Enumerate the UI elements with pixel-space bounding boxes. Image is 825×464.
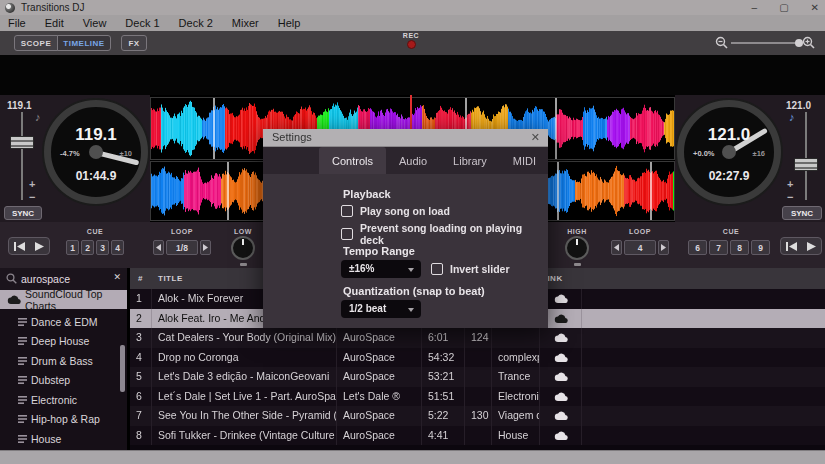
deck2-pitch-plus[interactable]: + <box>787 179 793 189</box>
deck1-cue-1[interactable]: 1 <box>66 240 79 255</box>
table-row[interactable]: 4 Drop no Coronga AuroSpace 54:32 comple… <box>130 348 825 368</box>
tab-controls[interactable]: Controls <box>319 147 386 174</box>
deck1-jog-wheel[interactable]: 119.1 -4.7% ±10 01:44.9 <box>44 100 148 204</box>
deck1-keylock-note-icon[interactable]: ♪ <box>35 111 41 123</box>
menu-view[interactable]: View <box>83 17 107 29</box>
zoom-out-icon[interactable] <box>715 36 728 49</box>
deck1-pitch-minus[interactable]: − <box>29 192 35 202</box>
deck1-cue-2[interactable]: 2 <box>81 240 94 255</box>
soundcloud-link-icon[interactable] <box>540 367 582 387</box>
deck1-pitch-slider[interactable] <box>21 112 23 200</box>
deck1-skip-start-button[interactable] <box>9 238 29 254</box>
soundcloud-link-icon[interactable] <box>540 387 582 407</box>
deck1-pitch-plus[interactable]: + <box>29 179 35 189</box>
maximize-button[interactable]: ▢ <box>779 0 788 15</box>
menu-help[interactable]: Help <box>278 17 301 29</box>
tab-midi[interactable]: MIDI <box>500 147 549 174</box>
deck2-skip-start-button[interactable] <box>781 238 801 254</box>
zoom-slider-track[interactable] <box>731 42 797 44</box>
table-row[interactable]: 7 See You In The Other Side - Pyramid (M… <box>130 406 825 426</box>
deck1-loop-halve-icon[interactable] <box>153 240 164 255</box>
dropdown-caret-icon <box>408 308 414 312</box>
row-genre: complexprog <box>492 348 540 368</box>
deck2-play-button[interactable] <box>801 238 821 254</box>
prevent-loading-checkbox[interactable] <box>341 228 353 240</box>
deck2-pitch-range: ±16 <box>753 149 765 158</box>
table-row[interactable]: 3 Cat Dealers - Your Body (Original Mix)… <box>130 328 825 348</box>
deck2-pitch-slider[interactable] <box>805 112 807 200</box>
row-filler <box>582 387 825 407</box>
deck1-pitch-handle[interactable] <box>10 136 34 149</box>
tab-library[interactable]: Library <box>440 147 500 174</box>
deck2-cue-8[interactable]: 8 <box>730 240 749 255</box>
deck1-cue-3[interactable]: 3 <box>96 240 109 255</box>
scope-button[interactable]: SCOPE <box>14 35 58 51</box>
sidebar-item-genre[interactable]: Electronic <box>0 390 127 409</box>
soundcloud-link-icon[interactable] <box>540 406 582 426</box>
search-input[interactable] <box>21 270 105 288</box>
column-header-num[interactable]: # <box>130 268 152 289</box>
horizontal-scrollbar[interactable] <box>0 450 825 464</box>
quantization-select[interactable]: 1/2 beat <box>341 300 421 318</box>
soundcloud-link-icon[interactable] <box>540 328 582 348</box>
deck2-eq-high-knob[interactable] <box>565 236 589 260</box>
deck1-play-button[interactable] <box>29 238 49 254</box>
deck1-cue-4[interactable]: 4 <box>111 240 124 255</box>
sidebar-item-genre[interactable]: Drum & Bass <box>0 351 127 370</box>
fx-button[interactable]: FX <box>121 35 147 51</box>
sidebar-root-label: SoundCloud Top Charts <box>25 288 127 312</box>
deck1-loop-double-icon[interactable] <box>200 240 211 255</box>
timeline-button[interactable]: TIMELINE <box>57 35 111 51</box>
soundcloud-link-icon[interactable] <box>540 426 582 446</box>
table-row[interactable]: 6 Let´s Dale | Set Live 1 - Part. AuroSp… <box>130 387 825 407</box>
soundcloud-link-icon[interactable] <box>540 348 582 368</box>
close-button[interactable]: ✕ <box>811 0 819 15</box>
menu-file[interactable]: File <box>8 17 26 29</box>
genre-label: Drum & Bass <box>31 355 93 367</box>
window-titlebar[interactable]: Transitions DJ – ▢ ✕ <box>0 0 825 15</box>
row-time: 4:41 <box>422 426 465 446</box>
invert-slider-checkbox[interactable] <box>431 263 443 275</box>
deck2-pitch-minus[interactable]: − <box>787 192 793 202</box>
zoom-in-icon[interactable] <box>802 36 815 49</box>
deck1-loop-length[interactable]: 1/8 <box>166 240 198 255</box>
menu-deck2[interactable]: Deck 2 <box>179 17 213 29</box>
sidebar-scrollbar-thumb[interactable] <box>120 345 125 392</box>
sidebar-item-genre[interactable]: House <box>0 429 127 448</box>
sidebar-item-genre[interactable]: Deep House <box>0 332 127 351</box>
deck2-loop-double-icon[interactable] <box>658 240 669 255</box>
play-on-load-checkbox[interactable] <box>341 205 353 217</box>
menu-edit[interactable]: Edit <box>45 17 64 29</box>
settings-titlebar[interactable]: Settings ✕ <box>263 129 548 147</box>
deck2-pitch-handle[interactable] <box>794 158 818 171</box>
sidebar-item-genre[interactable]: Dance & EDM <box>0 312 127 331</box>
search-clear-icon[interactable]: ✕ <box>113 272 121 282</box>
sidebar-item-genre[interactable]: Dubstep <box>0 371 127 390</box>
record-button[interactable] <box>407 40 416 49</box>
menu-mixer[interactable]: Mixer <box>232 17 259 29</box>
deck2-cue-6[interactable]: 6 <box>688 240 707 255</box>
settings-close-icon[interactable]: ✕ <box>531 131 540 144</box>
menu-deck1[interactable]: Deck 1 <box>125 17 159 29</box>
deck2-loop-halve-icon[interactable] <box>611 240 622 255</box>
deck1-sync-button[interactable]: SYNC <box>4 206 42 220</box>
deck2-loop-length[interactable]: 4 <box>624 240 656 255</box>
tempo-range-select[interactable]: ±16% <box>341 260 421 278</box>
sidebar-item-soundcloud-top-charts[interactable]: SoundCloud Top Charts <box>0 290 127 309</box>
tab-audio[interactable]: Audio <box>386 147 440 174</box>
sidebar-item-genre[interactable]: Hip-hop & Rap <box>0 410 127 429</box>
deck2-keylock-note-icon[interactable]: ♪ <box>789 111 795 123</box>
deck1-eq-low-knob[interactable] <box>231 236 255 260</box>
deck2-bpm-value: 121.0 <box>684 125 774 145</box>
row-genre: Electronic <box>492 387 540 407</box>
deck2-jog-wheel[interactable]: 121.0 +0.0% ±16 02:27.9 <box>677 100 781 204</box>
deck2-loop-label: LOOP <box>611 228 669 235</box>
row-time: 6:01 <box>422 328 465 348</box>
deck2-sync-button[interactable]: SYNC <box>782 206 822 220</box>
deck2-cue-7[interactable]: 7 <box>709 240 728 255</box>
menu-bar: File Edit View Deck 1 Deck 2 Mixer Help <box>0 15 825 31</box>
deck2-cue-9[interactable]: 9 <box>751 240 770 255</box>
minimize-button[interactable]: – <box>752 0 758 15</box>
table-row[interactable]: 8 Sofi Tukker - Drinkee (Vintage Culture… <box>130 426 825 446</box>
table-row[interactable]: 5 Let's Dale 3 edição - MaiconGeovani Au… <box>130 367 825 387</box>
